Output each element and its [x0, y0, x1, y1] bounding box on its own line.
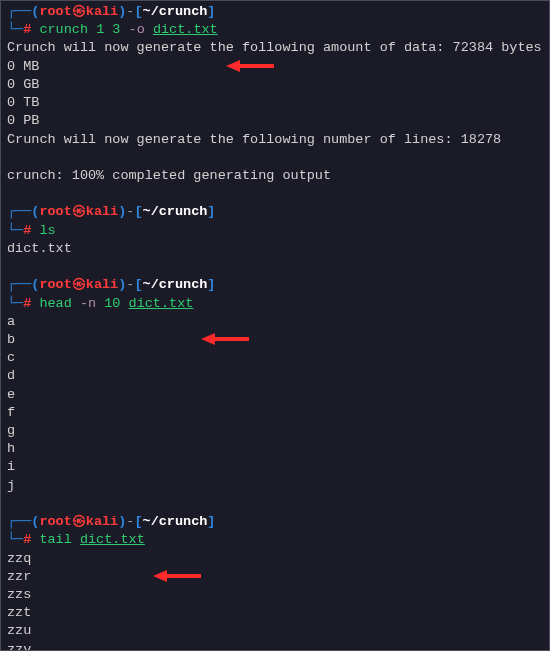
cmd-token: -n	[80, 296, 96, 311]
skull-icon: ㉿	[72, 514, 86, 529]
svg-marker-1	[226, 60, 240, 72]
output-line: g	[7, 422, 543, 440]
prompt-hash: #	[23, 22, 39, 37]
prompt-host: kali	[86, 277, 118, 292]
output-line: d	[7, 367, 543, 385]
output-line: zzu	[7, 622, 543, 640]
prompt-line-2: └─# crunch 1 3 -o dict.txt	[7, 21, 543, 39]
prompt-path: ~/crunch	[143, 277, 208, 292]
output-line: zzr	[7, 568, 543, 586]
output-line	[7, 185, 543, 203]
prompt-path: ~/crunch	[143, 514, 208, 529]
svg-marker-5	[153, 570, 167, 582]
prompt-host: kali	[86, 4, 118, 19]
cmd-token: dict.txt	[129, 296, 194, 311]
output-line: f	[7, 404, 543, 422]
output-line: e	[7, 386, 543, 404]
output-line: c	[7, 349, 543, 367]
prompt-line-1: ┌──(root㉿kali)-[~/crunch]	[7, 203, 543, 221]
output-line: crunch: 100% completed generating output	[7, 167, 543, 185]
output-line: Crunch will now generate the following a…	[7, 39, 543, 57]
cmd-token: dict.txt	[153, 22, 218, 37]
command-head[interactable]: head -n 10 dict.txt	[39, 296, 193, 311]
prompt-line-2: └─# head -n 10 dict.txt	[7, 295, 543, 313]
cmd-token: tail	[39, 532, 71, 547]
prompt-path: ~/crunch	[143, 4, 208, 19]
prompt-user: root	[39, 514, 71, 529]
svg-marker-3	[201, 333, 215, 345]
prompt-hash: #	[23, 532, 39, 547]
cmd-token: crunch	[39, 22, 88, 37]
output-line: Crunch will now generate the following n…	[7, 131, 543, 149]
output-line: zzv	[7, 641, 543, 651]
cmd-token: 10	[104, 296, 120, 311]
output-line: 0 MB	[7, 58, 543, 76]
skull-icon: ㉿	[72, 204, 86, 219]
arrow-icon	[153, 531, 201, 620]
prompt-line-1: ┌──(root㉿kali)-[~/crunch]	[7, 3, 543, 21]
prompt-hash: #	[23, 296, 39, 311]
command-ls[interactable]: ls	[39, 223, 55, 238]
prompt-line-2: └─# tail dict.txt	[7, 531, 543, 549]
output-line	[7, 258, 543, 276]
output-line: zzq	[7, 550, 543, 568]
cmd-token: dict.txt	[80, 532, 145, 547]
output-line: a	[7, 313, 543, 331]
prompt-user: root	[39, 204, 71, 219]
output-line: b	[7, 331, 543, 349]
cmd-token: 1	[96, 22, 104, 37]
prompt-host: kali	[86, 514, 118, 529]
output-line	[7, 149, 543, 167]
output-line: zzs	[7, 586, 543, 604]
prompt-line-1: ┌──(root㉿kali)-[~/crunch]	[7, 276, 543, 294]
output-line	[7, 495, 543, 513]
output-line: zzt	[7, 604, 543, 622]
prompt-line-1: ┌──(root㉿kali)-[~/crunch]	[7, 513, 543, 531]
output-line: dict.txt	[7, 240, 543, 258]
prompt-user: root	[39, 277, 71, 292]
command-tail[interactable]: tail dict.txt	[39, 532, 144, 547]
prompt-host: kali	[86, 204, 118, 219]
output-line: 0 PB	[7, 112, 543, 130]
output-line: 0 TB	[7, 94, 543, 112]
output-line: j	[7, 477, 543, 495]
prompt-path: ~/crunch	[143, 204, 208, 219]
terminal-output: ┌──(root㉿kali)-[~/crunch]└─# crunch 1 3 …	[1, 1, 549, 651]
cmd-token: head	[39, 296, 71, 311]
prompt-user: root	[39, 4, 71, 19]
arrow-icon	[201, 295, 249, 384]
output-line: 0 GB	[7, 76, 543, 94]
prompt-hash: #	[23, 223, 39, 238]
command-crunch[interactable]: crunch 1 3 -o dict.txt	[39, 22, 217, 37]
cmd-token: -o	[129, 22, 145, 37]
arrow-icon	[226, 21, 274, 110]
cmd-token: 3	[112, 22, 120, 37]
output-line: i	[7, 458, 543, 476]
skull-icon: ㉿	[72, 277, 86, 292]
cmd-token: ls	[39, 223, 55, 238]
skull-icon: ㉿	[72, 4, 86, 19]
output-line: h	[7, 440, 543, 458]
prompt-line-2: └─# ls	[7, 222, 543, 240]
